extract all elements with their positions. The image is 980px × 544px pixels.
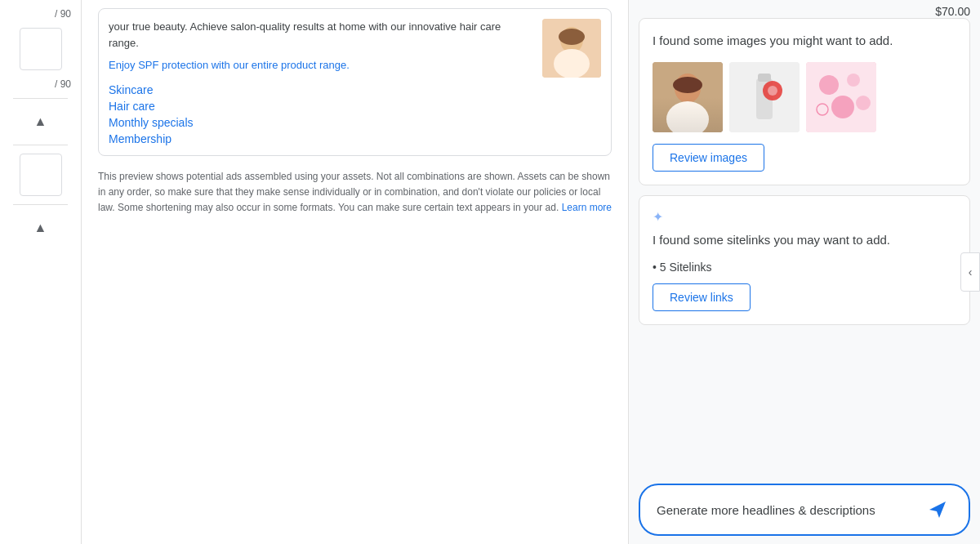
- info-text: This preview shows potential ads assembl…: [98, 169, 612, 216]
- collapse-btn-2[interactable]: ▲: [26, 213, 56, 243]
- svg-rect-4: [653, 62, 723, 132]
- learn-more-link[interactable]: Learn more: [562, 202, 612, 213]
- svg-point-16: [831, 96, 854, 118]
- sitelinks-suggestion-card: ✦ I found some sitelinks you may want to…: [639, 195, 970, 326]
- ad-link-haircare[interactable]: Hair care: [109, 100, 532, 113]
- svg-point-2: [554, 49, 590, 78]
- cosmetics-image-svg: [806, 62, 876, 132]
- sparkle-icon: ✦: [653, 209, 663, 225]
- review-links-button[interactable]: Review links: [653, 283, 751, 311]
- counter1-label: / 90: [55, 8, 74, 20]
- images-suggestion-card: I found some images you might want to ad…: [639, 18, 970, 185]
- left-sidebar: / 90 / 90 ▲ ▲: [0, 0, 82, 544]
- price-label: $70.00: [935, 5, 970, 18]
- ad-thumbnail: [542, 19, 601, 78]
- svg-point-14: [819, 75, 839, 95]
- left-panel: your true beauty. Achieve salon-quality …: [82, 0, 629, 544]
- sitelinks-count: • 5 Sitelinks: [653, 261, 956, 274]
- collapse-btn-1[interactable]: ▲: [26, 107, 56, 136]
- ad-link-skincare[interactable]: Skincare: [109, 83, 532, 96]
- svg-point-7: [673, 77, 702, 93]
- ad-preview-card: your true beauty. Achieve salon-quality …: [98, 8, 612, 156]
- svg-point-12: [768, 86, 777, 96]
- thumbnail-image: [542, 19, 601, 78]
- ad-card-inner: your true beauty. Achieve salon-quality …: [99, 9, 611, 155]
- ad-link-monthly[interactable]: Monthly specials: [109, 116, 532, 129]
- ad-spf-link: Enjoy SPF protection with our entire pro…: [109, 57, 532, 74]
- send-icon: [928, 500, 947, 519]
- send-button[interactable]: [923, 495, 952, 524]
- generate-text: Generate more headlines & descriptions: [657, 503, 875, 517]
- ad-body-text: your true beauty. Achieve salon-quality …: [109, 19, 532, 51]
- sidebar-divider-1: [13, 98, 67, 99]
- image-thumb-3: [806, 62, 876, 132]
- chevron-left-icon: ‹: [969, 265, 973, 279]
- svg-rect-10: [758, 74, 771, 82]
- main-content: your true beauty. Achieve salon-quality …: [82, 0, 980, 544]
- page-wrapper: / 90 / 90 ▲ ▲ your true beauty. Achieve …: [0, 0, 980, 544]
- counter-box-1: [20, 28, 62, 70]
- svg-point-18: [856, 96, 871, 110]
- image-thumb-2: [729, 62, 800, 132]
- images-row: [653, 62, 956, 132]
- svg-point-15: [847, 74, 860, 87]
- image-thumb-1: [653, 62, 723, 132]
- right-panel: $70.00 I found some images you might wan…: [629, 0, 980, 544]
- svg-point-17: [817, 104, 828, 115]
- person-image-svg: [653, 62, 723, 132]
- svg-point-6: [666, 101, 709, 132]
- bottle-image-svg: [729, 62, 800, 132]
- counter-box-2: [20, 154, 62, 196]
- right-collapse-button[interactable]: ‹: [960, 252, 980, 292]
- generate-section[interactable]: Generate more headlines & descriptions: [639, 484, 970, 536]
- review-images-button[interactable]: Review images: [653, 144, 764, 172]
- counter2-label: / 90: [55, 78, 74, 90]
- sidebar-divider-3: [13, 204, 67, 205]
- svg-point-3: [559, 29, 585, 45]
- ad-link-membership[interactable]: Membership: [109, 132, 532, 145]
- images-suggestion-title: I found some images you might want to ad…: [653, 32, 956, 51]
- sitelinks-suggestion-title: I found some sitelinks you may want to a…: [653, 231, 956, 250]
- ad-links-list: Skincare Hair care Monthly specials Memb…: [109, 83, 532, 145]
- sidebar-divider-2: [13, 145, 67, 145]
- ad-text-content: your true beauty. Achieve salon-quality …: [109, 19, 532, 145]
